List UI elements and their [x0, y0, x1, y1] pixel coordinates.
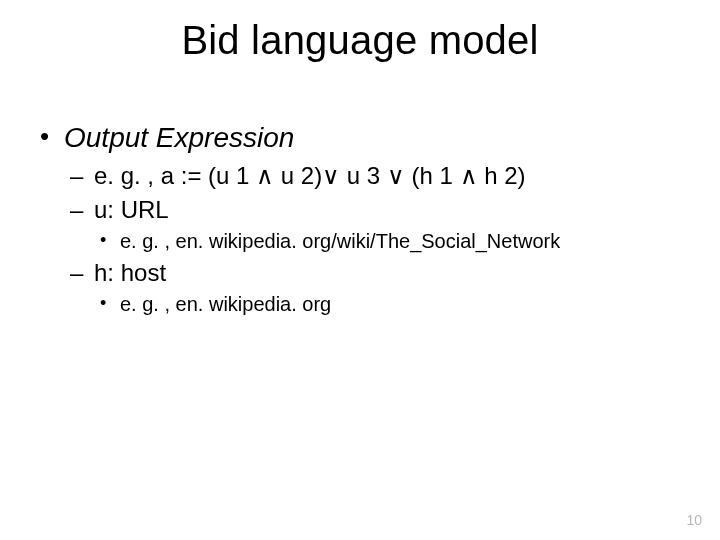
bullet-u-url: u: URL e. g. , en. wikipedia. org/wiki/T…: [64, 195, 682, 254]
bullet-text: u: URL: [94, 196, 169, 223]
bullet-output-expression: Output Expression e. g. , a := (u 1 ∧ u …: [38, 120, 682, 317]
bullet-example-expression: e. g. , a := (u 1 ∧ u 2)∨ u 3 ∨ (h 1 ∧ h…: [64, 161, 682, 191]
slide-body: Output Expression e. g. , a := (u 1 ∧ u …: [38, 120, 682, 323]
bullet-text: e. g. , en. wikipedia. org: [120, 293, 331, 315]
slide: Bid language model Output Expression e. …: [0, 0, 720, 540]
bullet-h-example: e. g. , en. wikipedia. org: [94, 292, 682, 317]
bullet-text: h: host: [94, 259, 166, 286]
page-number: 10: [686, 512, 702, 528]
bullet-u-example: e. g. , en. wikipedia. org/wiki/The_Soci…: [94, 229, 682, 254]
bullet-text: e. g. , a := (u 1 ∧ u 2)∨ u 3 ∨ (h 1 ∧ h…: [94, 162, 526, 189]
bullet-text: e. g. , en. wikipedia. org/wiki/The_Soci…: [120, 230, 560, 252]
bullet-text: Output Expression: [64, 122, 294, 153]
bullet-h-host: h: host e. g. , en. wikipedia. org: [64, 258, 682, 317]
slide-title: Bid language model: [0, 18, 720, 63]
